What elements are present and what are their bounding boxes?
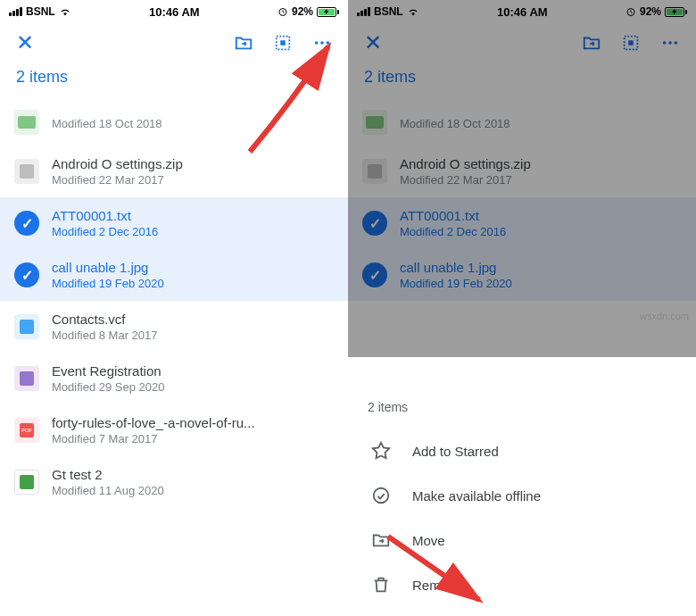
left-screenshot: BSNL 10:46 AM 92% ✕ 2 items Modified 18 …	[0, 0, 348, 616]
more-icon[interactable]	[312, 33, 332, 53]
svg-rect-2	[280, 40, 286, 46]
form-icon	[14, 366, 39, 391]
battery-icon	[665, 7, 687, 17]
check-icon: ✓	[14, 211, 39, 236]
status-bar: BSNL 10:46 AM 92%	[348, 0, 696, 20]
file-name: Contacts.vcf	[52, 312, 158, 327]
carrier-label: BSNL	[374, 5, 403, 18]
wifi-icon	[407, 6, 419, 17]
file-meta: Modified 19 Feb 2020	[52, 277, 164, 290]
alarm-icon	[278, 6, 288, 17]
right-screenshot: BSNL 10:46 AM 92% ✕ 2 items Modified 18 …	[348, 0, 696, 616]
star-icon	[371, 441, 391, 461]
file-row-selected[interactable]: ✓ ATT00001.txtModified 2 Dec 2016	[348, 197, 696, 249]
svg-point-10	[668, 41, 672, 45]
zip-icon	[362, 159, 387, 184]
file-name: ATT00001.txt	[52, 208, 158, 223]
file-row[interactable]: Contacts.vcfModified 8 Mar 2017	[0, 301, 348, 353]
file-list: Modified 18 Oct 2018 Android O settings.…	[0, 99, 348, 508]
folder-icon	[362, 110, 387, 135]
file-meta: Modified 22 Mar 2017	[52, 173, 183, 187]
file-row-selected[interactable]: ✓ ATT00001.txtModified 2 Dec 2016	[0, 197, 348, 249]
svg-point-12	[374, 488, 389, 504]
sheet-item-move[interactable]: Move	[348, 518, 696, 562]
file-name: Android O settings.zip	[52, 156, 183, 171]
file-row[interactable]: PDF forty-rules-of-love_-a-novel-of-ru..…	[0, 404, 348, 456]
file-row-selected[interactable]: ✓ call unable 1.jpgModified 19 Feb 2020	[0, 249, 348, 301]
sheet-item-starred[interactable]: Add to Starred	[348, 429, 696, 473]
selection-count-title: 2 items	[0, 62, 348, 99]
file-meta: Modified 2 Dec 2016	[400, 225, 506, 238]
svg-point-5	[327, 41, 330, 45]
close-button[interactable]: ✕	[16, 30, 34, 55]
check-icon: ✓	[14, 262, 39, 287]
pdf-icon: PDF	[14, 418, 39, 443]
folder-icon	[14, 110, 39, 135]
toolbar: ✕	[348, 20, 696, 62]
file-name: call unable 1.jpg	[400, 260, 512, 275]
sheet-item-remove[interactable]: Remove	[348, 562, 696, 607]
battery-pct-label: 92%	[292, 5, 313, 18]
wifi-icon	[59, 6, 71, 17]
file-row[interactable]: Event RegistrationModified 29 Sep 2020	[0, 353, 348, 404]
sheet-item-offline[interactable]: Make available offline	[348, 473, 696, 518]
check-icon: ✓	[362, 262, 387, 287]
svg-point-9	[663, 41, 667, 45]
battery-pct-label: 92%	[640, 5, 661, 18]
file-name: Android O settings.zip	[400, 156, 531, 171]
file-meta: Modified 11 Aug 2020	[52, 484, 164, 497]
sheet-item-label: Move	[412, 533, 445, 548]
select-all-icon[interactable]	[273, 33, 293, 53]
sheet-item-label: Add to Starred	[412, 444, 499, 459]
file-meta: Modified 19 Feb 2020	[400, 277, 512, 290]
select-all-icon[interactable]	[621, 33, 641, 53]
sheet-title: 2 items	[348, 400, 696, 429]
check-icon: ✓	[362, 211, 387, 236]
file-row-selected[interactable]: ✓ call unable 1.jpgModified 19 Feb 2020	[348, 249, 696, 301]
file-meta: Modified 22 Mar 2017	[400, 173, 531, 187]
file-row[interactable]: Android O settings.zipModified 22 Mar 20…	[0, 146, 348, 197]
close-button[interactable]: ✕	[364, 30, 382, 55]
watermark: wsxdn.com	[640, 311, 689, 321]
file-row[interactable]: Modified 18 Oct 2018	[0, 99, 348, 146]
file-row[interactable]: Gt test 2Modified 11 Aug 2020	[0, 456, 348, 508]
alarm-icon	[626, 6, 636, 17]
file-name: ATT00001.txt	[400, 208, 506, 223]
selection-count-title: 2 items	[348, 62, 696, 99]
file-name: call unable 1.jpg	[52, 260, 164, 275]
toolbar: ✕	[0, 20, 348, 62]
clock-label: 10:46 AM	[497, 5, 548, 19]
status-bar: BSNL 10:46 AM 92%	[0, 0, 348, 20]
file-meta: Modified 7 Mar 2017	[52, 432, 255, 445]
signal-icon	[357, 7, 370, 16]
move-icon	[371, 530, 391, 550]
file-name: forty-rules-of-love_-a-novel-of-ru...	[52, 415, 255, 430]
file-row[interactable]: Android O settings.zipModified 22 Mar 20…	[348, 146, 696, 197]
file-row[interactable]: Modified 18 Oct 2018	[348, 99, 696, 146]
action-sheet: 2 items Add to Starred Make available of…	[348, 382, 696, 616]
sheet-icon	[14, 470, 39, 495]
move-folder-icon[interactable]	[234, 33, 253, 53]
more-icon[interactable]	[660, 33, 680, 53]
signal-icon	[9, 7, 22, 16]
vcf-icon	[14, 314, 39, 339]
svg-point-11	[675, 41, 678, 45]
svg-point-4	[320, 41, 324, 45]
file-meta: Modified 2 Dec 2016	[52, 225, 158, 238]
svg-rect-8	[628, 40, 634, 46]
carrier-label: BSNL	[26, 5, 55, 18]
battery-icon	[317, 7, 339, 17]
sheet-item-label: Make available offline	[412, 488, 541, 504]
file-meta: Modified 29 Sep 2020	[52, 380, 164, 394]
svg-point-3	[315, 41, 319, 45]
file-meta: Modified 8 Mar 2017	[52, 329, 158, 342]
trash-icon	[371, 575, 391, 595]
clock-label: 10:46 AM	[149, 5, 200, 19]
offline-icon	[371, 486, 391, 505]
move-folder-icon[interactable]	[582, 33, 601, 53]
file-meta: Modified 18 Oct 2018	[52, 117, 162, 130]
file-name: Gt test 2	[52, 467, 164, 482]
file-list: Modified 18 Oct 2018 Android O settings.…	[348, 99, 696, 301]
file-name: Event Registration	[52, 363, 164, 379]
zip-icon	[14, 159, 39, 184]
